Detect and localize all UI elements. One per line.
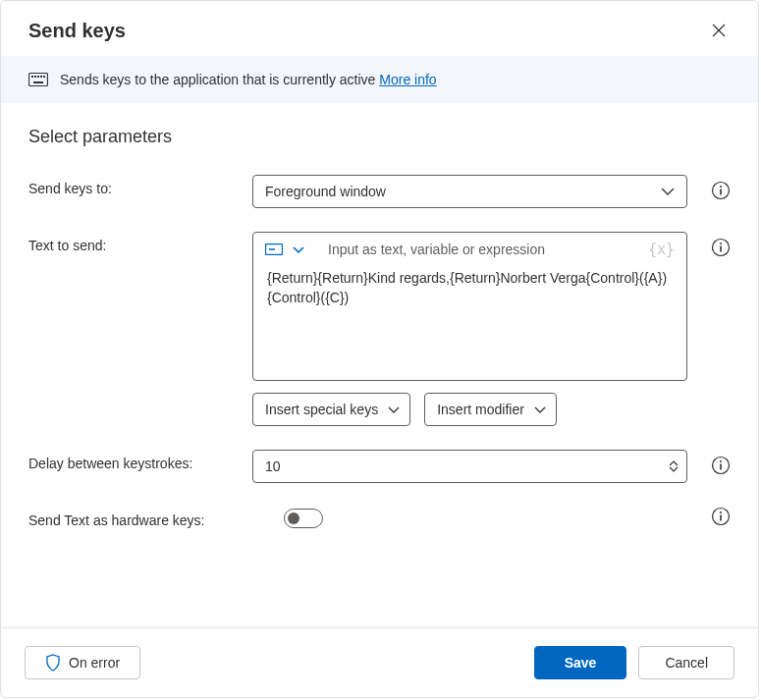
send-keys-to-select[interactable]: Foreground window [252,175,687,208]
delay-input[interactable]: 10 [252,450,687,483]
send-keys-dialog: Send keys Sends keys to the application … [0,0,759,698]
svg-point-19 [720,512,722,513]
info-banner-text: Sends keys to the application that is cu… [60,72,437,87]
svg-rect-5 [43,76,45,78]
label-send-keys-to: Send keys to: [28,175,252,196]
close-button[interactable] [707,19,731,42]
cancel-button[interactable]: Cancel [638,646,734,679]
svg-rect-1 [31,76,33,78]
info-icon[interactable] [711,507,731,526]
dialog-content: Select parameters Send keys to: Foregrou… [1,103,758,627]
row-text-to-send: Text to send: Input as text, variable or… [28,232,731,426]
row-delay: Delay between keystrokes: 10 [28,450,731,483]
on-error-button[interactable]: On error [25,646,140,679]
text-to-send-input[interactable]: Input as text, variable or expression {x… [252,232,687,381]
row-send-keys-to: Send keys to: Foreground window [28,175,731,208]
info-icon[interactable] [711,238,731,257]
info-icon[interactable] [711,181,731,200]
insert-modifier-button[interactable]: Insert modifier [424,393,557,426]
label-hardware-keys: Send Text as hardware keys: [28,507,284,528]
chevron-down-icon [661,188,675,195]
text-to-send-value[interactable]: {Return}{Return}Kind regards,{Return}Nor… [253,262,686,380]
save-button[interactable]: Save [534,646,627,679]
svg-rect-14 [720,246,722,252]
variable-icon[interactable]: {x} [648,241,675,258]
section-title: Select parameters [28,127,731,147]
chevron-down-icon[interactable] [293,246,304,253]
insert-buttons-row: Insert special keys Insert modifier [252,393,731,426]
hardware-keys-toggle[interactable] [284,509,323,528]
close-icon [711,23,727,38]
text-input-toolbar: Input as text, variable or expression {x… [253,233,686,262]
text-field-icon [265,243,283,255]
dialog-header: Send keys [1,1,758,56]
info-banner: Sends keys to the application that is cu… [1,56,758,103]
svg-point-8 [720,186,722,188]
insert-special-keys-button[interactable]: Insert special keys [252,393,410,426]
chevron-down-icon [388,406,400,413]
send-keys-to-value: Foreground window [265,184,386,199]
svg-point-16 [720,460,722,462]
label-delay: Delay between keystrokes: [28,450,252,471]
svg-rect-0 [29,74,48,86]
svg-rect-17 [720,464,722,470]
chevron-down-icon [534,406,546,413]
dialog-title: Send keys [28,20,126,42]
keyboard-icon [28,73,48,86]
dialog-footer: On error Save Cancel [1,627,758,697]
svg-rect-9 [720,189,722,195]
text-input-hint: Input as text, variable or expression [328,242,545,257]
spinner-arrows[interactable] [669,460,679,472]
label-text-to-send: Text to send: [28,232,252,253]
svg-rect-20 [720,515,722,521]
chevron-down-icon[interactable] [669,466,679,472]
delay-value: 10 [265,458,281,474]
svg-rect-2 [34,76,36,78]
shield-icon [45,654,61,672]
svg-rect-3 [37,76,39,78]
row-hardware-keys: Send Text as hardware keys: [28,507,731,528]
more-info-link[interactable]: More info [379,72,436,87]
svg-point-13 [720,242,722,244]
svg-rect-6 [33,81,43,83]
toggle-knob [288,512,299,524]
svg-rect-4 [40,76,42,78]
info-icon[interactable] [711,456,731,475]
